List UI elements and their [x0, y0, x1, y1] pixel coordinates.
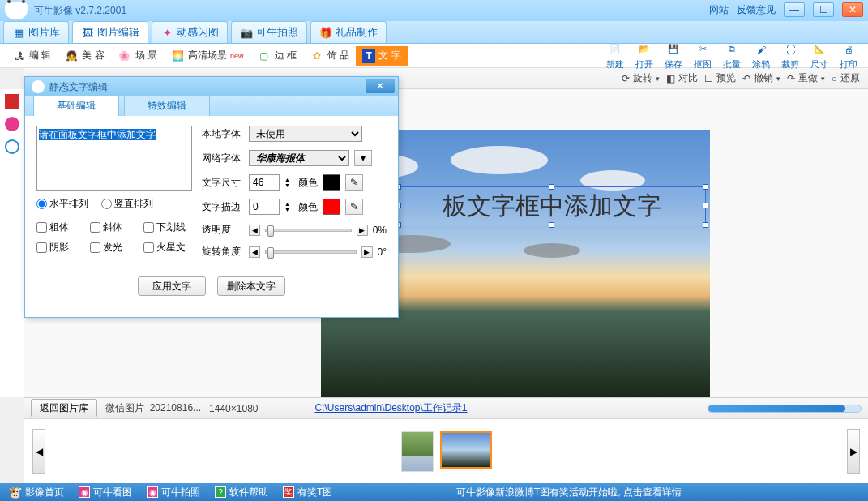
grid-icon: ▦	[12, 26, 25, 39]
angle-dec[interactable]: ◀	[249, 246, 260, 258]
btn-cutout[interactable]: ✂抠图	[688, 41, 717, 71]
foot-award[interactable]: 奖有奖T图	[283, 486, 332, 499]
color-stroke[interactable]	[323, 199, 340, 215]
btn-doodle[interactable]: 🖌涂鸦	[746, 41, 776, 71]
foot-view[interactable]: ◉可牛看图	[79, 486, 132, 499]
dialog-tabs: 基础编辑 特效编辑	[25, 96, 398, 116]
dialog-header[interactable]: 静态文字编辑 ✕	[25, 77, 398, 96]
overlay-text: 板文字框中添加文字	[443, 190, 661, 223]
radio-horiz[interactable]: 水平排列	[36, 197, 88, 211]
gift-icon: 🎁	[319, 26, 332, 39]
tool-beauty[interactable]: 👧美 容	[58, 46, 110, 66]
batch-icon: ⧉	[724, 41, 740, 58]
foot-home[interactable]: 🐮影像首页	[8, 486, 64, 499]
tool-ornament[interactable]: ✿饰 品	[303, 46, 356, 66]
lbl-size: 文字尺寸	[202, 176, 244, 190]
tool-hdscene[interactable]: 🌅高清场景new	[164, 46, 250, 66]
chk-bold[interactable]: 粗体	[36, 221, 87, 234]
eyedrop-text[interactable]: ✎	[345, 174, 363, 191]
chk-underline[interactable]: 下划线	[143, 221, 194, 234]
text-input[interactable]: 请在面板文字框中添加文字	[36, 126, 192, 191]
dtab-basic[interactable]: 基础编辑	[33, 95, 119, 116]
sel-localfont[interactable]: 未使用	[249, 126, 362, 142]
foot-photo[interactable]: ◉可牛拍照	[147, 486, 200, 499]
foot-help[interactable]: ?软件帮助	[215, 486, 268, 499]
tab-library[interactable]: ▦图片库	[3, 21, 69, 43]
color-text[interactable]	[323, 174, 340, 191]
btn-back-library[interactable]: 返回图片库	[31, 399, 97, 418]
tab-camera[interactable]: 📷可牛拍照	[231, 21, 307, 43]
act-redo[interactable]: ↷重做▾	[787, 71, 825, 85]
side-tools	[0, 89, 24, 397]
btn-print[interactable]: 🖨打印	[834, 41, 863, 71]
link-website[interactable]: 网站	[709, 3, 729, 17]
act-undo[interactable]: ↶撤销▾	[742, 71, 780, 85]
tab-gift[interactable]: 🎁礼品制作	[310, 21, 387, 43]
btn-size[interactable]: 📐尺寸	[805, 41, 834, 71]
dialog-close[interactable]: ✕	[366, 79, 395, 93]
opacity-slider[interactable]	[265, 229, 352, 232]
zoom-slider[interactable]	[708, 405, 862, 413]
ornament-icon: ✿	[310, 49, 324, 63]
eyedrop-stroke[interactable]: ✎	[345, 199, 363, 215]
save-icon: 💾	[665, 41, 682, 58]
btn-save[interactable]: 💾保存	[659, 41, 688, 71]
radio-vert[interactable]: 竖直排列	[101, 197, 153, 211]
close-button[interactable]: ✕	[842, 2, 863, 17]
tool-strip: 🏞编 辑 👧美 容 🌸场 景 🌅高清场景new ▢边 框 ✿饰 品 T文 字 📄…	[0, 44, 868, 68]
scene-icon: 🌸	[118, 49, 132, 63]
tool-scene[interactable]: 🌸场 景	[111, 46, 164, 66]
dialog-icon	[32, 80, 45, 93]
tool-text[interactable]: T文 字	[356, 46, 407, 66]
angle-inc[interactable]: ▶	[361, 246, 373, 258]
opacity-dec[interactable]: ◀	[249, 225, 260, 236]
act-preview[interactable]: ☐预览	[704, 71, 736, 85]
thumb-1[interactable]	[401, 431, 434, 472]
btn-open[interactable]: 📂打开	[630, 41, 659, 71]
act-compare[interactable]: ◧对比	[666, 71, 698, 85]
thumb-2[interactable]	[440, 431, 492, 469]
side-tool-3[interactable]	[5, 139, 19, 154]
inp-stroke[interactable]	[249, 199, 280, 215]
btn-delete-text[interactable]: 删除本文字	[217, 276, 285, 296]
filepath[interactable]: C:\Users\admin\Desktop\工作记录1	[314, 401, 467, 415]
frame-icon: ▢	[257, 49, 272, 63]
act-restore[interactable]: ○还原	[832, 71, 860, 85]
minimize-button[interactable]: —	[784, 2, 805, 17]
chk-mars[interactable]: 火星文	[143, 241, 194, 255]
filename: 微信图片_20210816...	[105, 401, 201, 415]
print-icon: 🖨	[840, 41, 857, 58]
dtab-fx[interactable]: 特效编辑	[124, 95, 210, 116]
side-tool-2[interactable]	[5, 117, 19, 131]
lbl-localfont: 本地字体	[202, 127, 244, 141]
tool-frame[interactable]: ▢边 框	[250, 46, 303, 66]
act-rotate[interactable]: ⟳旋转▾	[622, 71, 660, 85]
btn-new[interactable]: 📄新建	[601, 41, 630, 71]
side-tool-1[interactable]	[5, 94, 19, 109]
btn-batch[interactable]: ⧉批量	[717, 41, 746, 71]
filmstrip-prev[interactable]: ◀	[32, 429, 45, 474]
titlebar: 可牛影像 v2.7.2.2001 网站 反馈意见 — ☐ ✕	[0, 0, 868, 21]
btn-apply-text[interactable]: 应用文字	[138, 276, 206, 296]
maximize-button[interactable]: ☐	[813, 2, 834, 17]
chk-italic[interactable]: 斜体	[90, 221, 140, 234]
footer-promo[interactable]: 可牛影像新浪微博T图有奖活动开始啦, 点击查看详情	[456, 486, 682, 499]
compare-icon: ◧	[666, 73, 675, 84]
tab-edit[interactable]: 🖼图片编辑	[72, 21, 148, 43]
sel-netfont[interactable]: 华康海报体	[249, 150, 349, 166]
chk-shadow[interactable]: 阴影	[36, 241, 87, 255]
tab-animation[interactable]: ✦动感闪图	[152, 21, 228, 43]
btn-crop[interactable]: ⛶裁剪	[776, 41, 805, 71]
lbl-stroke: 文字描边	[202, 200, 244, 214]
tool-edit[interactable]: 🏞编 辑	[5, 46, 58, 66]
opacity-inc[interactable]: ▶	[357, 225, 368, 236]
angle-slider[interactable]	[265, 250, 357, 254]
inp-size[interactable]	[249, 174, 280, 191]
filmstrip-next[interactable]: ▶	[847, 429, 860, 474]
netfont-btn[interactable]: ▾	[354, 150, 372, 166]
chk-glow[interactable]: 发光	[90, 241, 140, 255]
text-overlay[interactable]: 板文字框中添加文字	[398, 186, 706, 225]
text-icon: T	[362, 49, 375, 63]
filmstrip: ◀ ▶	[24, 418, 868, 483]
link-feedback[interactable]: 反馈意见	[737, 3, 776, 17]
